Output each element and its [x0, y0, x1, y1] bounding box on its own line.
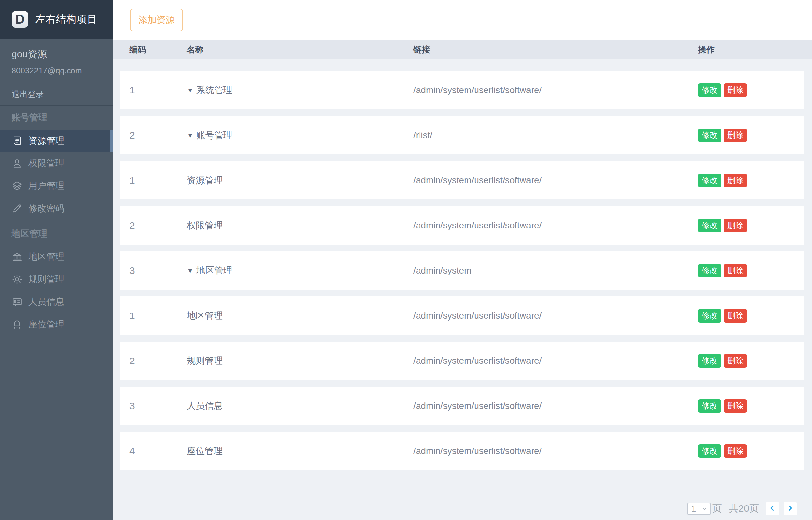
delete-button[interactable]: 删除	[724, 399, 747, 413]
row-link: /admin/system/userlist/software/	[413, 446, 698, 456]
page-select[interactable]: 1	[688, 502, 710, 515]
expand-triangle-icon[interactable]: ▼	[187, 86, 194, 94]
pagination: 1 页 共20页	[113, 502, 812, 515]
table-row: 2权限管理/admin/system/userlist/software/修改删…	[120, 206, 804, 244]
sidebar-item-label: 地区管理	[28, 251, 64, 263]
edit-button[interactable]: 修改	[698, 354, 721, 368]
row-name-label: 地区管理	[196, 264, 232, 277]
add-resource-button[interactable]: 添加资源	[130, 9, 183, 31]
app-window: D 左右结构项目 gou资源 80032217@qq.com 退出登录 账号管理…	[0, 0, 812, 520]
sidebar: D 左右结构项目 gou资源 80032217@qq.com 退出登录 账号管理…	[0, 0, 113, 520]
row-code: 3	[130, 400, 187, 411]
sidebar-item-password[interactable]: 修改密码	[0, 197, 113, 220]
sidebar-item-label: 资源管理	[28, 135, 64, 147]
row-link: /admin/system/userlist/software/	[413, 401, 698, 411]
app-title: 左右结构项目	[35, 12, 97, 26]
delete-button[interactable]: 删除	[724, 354, 747, 368]
sidebar-header: D 左右结构项目	[0, 0, 113, 38]
delete-button[interactable]: 删除	[724, 129, 747, 142]
chevron-left-icon	[768, 504, 776, 513]
row-name: 人员信息	[187, 400, 413, 412]
user-icon	[11, 158, 23, 169]
page-suffix-label: 页	[712, 502, 722, 515]
expand-triangle-icon[interactable]: ▼	[187, 267, 194, 275]
sidebar-item-resources[interactable]: 资源管理	[0, 130, 113, 152]
row-name-label: 账号管理	[196, 129, 232, 141]
row-name-label: 规则管理	[187, 355, 223, 367]
row-link: /admin/system/userlist/software/	[413, 220, 698, 231]
total-pages-label: 共20页	[729, 502, 759, 515]
chevron-down-icon	[702, 503, 707, 514]
sidebar-item-rules[interactable]: 规则管理	[0, 268, 113, 291]
id-card-icon	[11, 296, 23, 307]
row-link: /admin/system/userlist/software/	[413, 175, 698, 186]
row-actions: 修改删除	[698, 219, 804, 232]
row-actions: 修改删除	[698, 444, 804, 458]
table-row: 3人员信息/admin/system/userlist/software/修改删…	[120, 387, 804, 425]
row-actions: 修改删除	[698, 129, 804, 142]
delete-button[interactable]: 删除	[724, 174, 747, 187]
edit-button[interactable]: 修改	[698, 399, 721, 413]
edit-button[interactable]: 修改	[698, 264, 721, 278]
row-actions: 修改删除	[698, 83, 804, 97]
edit-button[interactable]: 修改	[698, 309, 721, 322]
table-row: 1地区管理/admin/system/userlist/software/修改删…	[120, 296, 804, 335]
sidebar-item-label: 座位管理	[28, 318, 64, 331]
edit-button[interactable]: 修改	[698, 219, 721, 232]
prev-page-button[interactable]	[766, 502, 779, 515]
row-code: 4	[130, 446, 187, 457]
expand-triangle-icon[interactable]: ▼	[187, 131, 194, 139]
row-code: 1	[130, 85, 187, 96]
row-code: 1	[130, 310, 187, 321]
row-name: 地区管理	[187, 310, 413, 322]
row-actions: 修改删除	[698, 399, 804, 413]
row-link: /rlist/	[413, 130, 698, 140]
delete-button[interactable]: 删除	[724, 83, 747, 97]
row-name: 权限管理	[187, 219, 413, 232]
main-content: 添加资源 编码 名称 链接 操作 1▼系统管理/admin/system/use…	[113, 0, 812, 520]
user-email: 80032217@qq.com	[11, 66, 101, 75]
row-name-label: 权限管理	[187, 219, 223, 232]
gear-icon	[11, 274, 23, 285]
row-code: 2	[130, 220, 187, 231]
logout-link[interactable]: 退出登录	[11, 89, 44, 100]
row-code: 3	[130, 265, 187, 276]
edit-button[interactable]: 修改	[698, 174, 721, 187]
sidebar-item-regions[interactable]: 地区管理	[0, 245, 113, 268]
delete-button[interactable]: 删除	[724, 309, 747, 322]
row-name: 规则管理	[187, 355, 413, 367]
edit-button[interactable]: 修改	[698, 129, 721, 142]
next-page-button[interactable]	[784, 502, 796, 515]
edit-button[interactable]: 修改	[698, 444, 721, 458]
page-select-value: 1	[691, 503, 696, 514]
sidebar-item-permissions[interactable]: 权限管理	[0, 152, 113, 175]
sidebar-item-users[interactable]: 用户管理	[0, 175, 113, 197]
logo-letter: D	[16, 12, 24, 26]
row-link: /admin/system/userlist/software/	[413, 85, 698, 95]
row-code: 2	[130, 355, 187, 366]
sidebar-item-personnel[interactable]: 人员信息	[0, 291, 113, 313]
user-block: gou资源 80032217@qq.com 退出登录	[0, 38, 113, 106]
bell-icon	[11, 319, 23, 330]
pen-icon	[11, 203, 23, 214]
row-code: 1	[130, 175, 187, 186]
delete-button[interactable]: 删除	[724, 444, 747, 458]
column-header-actions: 操作	[698, 44, 812, 55]
delete-button[interactable]: 删除	[724, 219, 747, 232]
row-link: /admin/system/userlist/software/	[413, 311, 698, 321]
row-actions: 修改删除	[698, 354, 804, 368]
table-row: 2▼账号管理/rlist/修改删除	[120, 116, 804, 154]
table-row: 4座位管理/admin/system/userlist/software/修改删…	[120, 432, 804, 470]
document-icon	[11, 135, 23, 146]
row-code: 2	[130, 130, 187, 141]
table-row: 1▼系统管理/admin/system/userlist/software/修改…	[120, 71, 804, 109]
sidebar-item-label: 权限管理	[28, 157, 64, 170]
row-actions: 修改删除	[698, 174, 804, 187]
delete-button[interactable]: 删除	[724, 264, 747, 278]
edit-button[interactable]: 修改	[698, 83, 721, 97]
sidebar-item-seats[interactable]: 座位管理	[0, 313, 113, 336]
table-row: 1资源管理/admin/system/userlist/software/修改删…	[120, 161, 804, 200]
table-row: 2规则管理/admin/system/userlist/software/修改删…	[120, 341, 804, 380]
menu-section-label-account: 账号管理	[0, 106, 113, 130]
sidebar-item-label: 规则管理	[28, 273, 64, 285]
